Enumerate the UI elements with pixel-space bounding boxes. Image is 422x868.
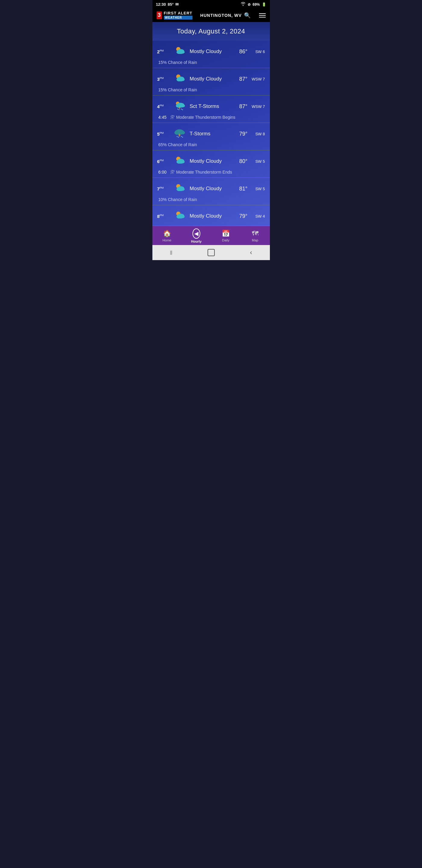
logo: 3 FIRST ALERT WEATHER: [157, 11, 192, 20]
svg-point-18: [174, 130, 180, 135]
icon-3pm: [173, 72, 186, 86]
svg-point-19: [180, 131, 185, 134]
desc-6pm: Mostly Cloudy: [190, 158, 231, 164]
battery-text: 69%: [252, 2, 260, 7]
desc-7pm: Mostly Cloudy: [190, 186, 231, 192]
hourly-icon: ◀: [192, 228, 200, 239]
temp-7pm: 81°: [234, 186, 248, 192]
svg-point-11: [181, 104, 185, 107]
svg-point-22: [178, 137, 178, 138]
svg-point-7: [181, 78, 185, 81]
location-display: HUNTINGTON, WV 🔍: [200, 12, 251, 19]
nav-hourly[interactable]: ◀ Hourly: [187, 228, 205, 243]
temp-8pm: 79°: [234, 213, 248, 219]
hourly-row-3pm: 3PM Mostly Cloudy 87° WSW 7 15% Chance o…: [153, 68, 270, 96]
temp-4pm: 87°: [234, 103, 248, 110]
temp-3pm: 87°: [234, 76, 248, 82]
detail-5pm: 65% Chance of Rain: [157, 142, 265, 147]
weather-label: WEATHER: [164, 16, 192, 20]
svg-point-23: [181, 136, 182, 137]
detail-text-3pm: 15% Chance of Rain: [158, 87, 197, 92]
hourly-row-4pm: 4PM Sct T-Storms: [153, 96, 270, 123]
time-2pm: 2PM: [157, 49, 169, 54]
temp-6pm: 80°: [234, 158, 248, 164]
hourly-row-6pm: 6PM Mostly Cloudy 80° SW 5 6:00 ⛈ Modera…: [153, 150, 270, 178]
time-8pm: 8PM: [157, 214, 169, 219]
channel-number: 3: [157, 11, 162, 19]
svg-point-15: [181, 109, 182, 110]
desc-5pm: T-Storms: [190, 131, 231, 137]
channel-num-text: 3: [158, 12, 161, 19]
desc-2pm: Mostly Cloudy: [190, 49, 231, 55]
wind-8pm: SW 4: [251, 214, 265, 218]
first-alert-label: FIRST ALERT: [164, 11, 192, 16]
detail-text-2pm: 15% Chance of Rain: [158, 60, 197, 65]
detail-time-4pm: 4:45: [158, 115, 167, 120]
svg-point-21: [176, 136, 177, 137]
wind-6pm: SW 5: [251, 159, 265, 164]
nav-map[interactable]: 🗺 Map: [246, 230, 264, 242]
hourly-row-8pm: 8PM Mostly Cloudy 79° SW 4: [153, 205, 270, 226]
time-4pm: 4PM: [157, 104, 169, 109]
detail-text-6pm: Moderate Thunderstorm Ends: [176, 170, 232, 175]
detail-time-6pm: 6:00: [158, 170, 167, 175]
icon-6pm: [173, 155, 186, 168]
nav-daily-label: Daily: [222, 239, 229, 242]
wifi-icon: [240, 2, 246, 7]
wind-3pm: WSW 7: [251, 77, 265, 82]
time-6pm: 6PM: [157, 159, 169, 164]
map-icon: 🗺: [252, 230, 258, 238]
home-button[interactable]: [207, 249, 215, 256]
svg-point-14: [178, 110, 179, 110]
icon-2pm: [173, 45, 186, 58]
app-header: 3 FIRST ALERT WEATHER HUNTINGTON, WV 🔍: [153, 9, 270, 22]
status-right: ⊘ 69% 🔋: [240, 2, 266, 7]
nav-map-label: Map: [252, 239, 258, 242]
time-3pm: 3PM: [157, 76, 169, 82]
svg-point-36: [181, 215, 185, 218]
wind-2pm: SW 6: [251, 50, 265, 54]
detail-text-5pm: 65% Chance of Rain: [158, 142, 197, 147]
detail-2pm: 15% Chance of Rain: [157, 60, 265, 65]
temp-5pm: 79°: [234, 131, 248, 137]
temp-2pm: 86°: [234, 49, 248, 55]
date-banner: Today, August 2, 2024: [153, 22, 270, 41]
hourly-row-5pm: 5PM T-Storms 79° SW 8: [153, 123, 270, 150]
bottom-navigation: 🏠 Home ◀ Hourly 📅 Daily 🗺 Map: [153, 226, 270, 245]
home-icon: 🏠: [163, 230, 171, 238]
icon-4pm: [173, 100, 186, 113]
nav-home[interactable]: 🏠 Home: [158, 230, 176, 242]
battery-icon: 🔋: [262, 2, 266, 7]
nav-daily[interactable]: 📅 Daily: [217, 230, 235, 242]
wind-7pm: SW 5: [251, 187, 265, 191]
svg-point-28: [181, 160, 185, 163]
time-5pm: 5PM: [157, 131, 169, 136]
desc-4pm: Sct T-Storms: [190, 103, 231, 110]
time: 12:30: [156, 2, 166, 7]
search-icon[interactable]: 🔍: [244, 12, 251, 19]
temperature: 85°: [168, 2, 174, 7]
svg-point-10: [176, 104, 181, 107]
icon-5pm: [173, 127, 186, 141]
nav-hourly-label: Hourly: [191, 240, 201, 243]
time-7pm: 7PM: [157, 186, 169, 191]
detail-4pm: 4:45 ⛈ Moderate Thunderstorm Begins: [157, 115, 265, 120]
status-left: 12:30 85° ✉: [156, 2, 179, 7]
dnd-icon: ⊘: [248, 2, 251, 7]
date-text: Today, August 2, 2024: [177, 27, 245, 35]
svg-point-3: [181, 51, 185, 54]
svg-point-24: [182, 137, 183, 138]
menu-button[interactable]: [259, 13, 266, 18]
back-button[interactable]: ‹: [250, 249, 252, 256]
desc-8pm: Mostly Cloudy: [190, 213, 231, 219]
logo-text: FIRST ALERT WEATHER: [164, 11, 192, 20]
hourly-row-7pm: 7PM Mostly Cloudy 81° SW 5 10% Chance of…: [153, 178, 270, 205]
desc-3pm: Mostly Cloudy: [190, 76, 231, 82]
icon-7pm: [173, 182, 186, 195]
detail-3pm: 15% Chance of Rain: [157, 87, 265, 92]
recent-apps-button[interactable]: ⦀: [170, 249, 172, 256]
nav-home-label: Home: [163, 239, 171, 242]
detail-text-7pm: 10% Chance of Rain: [158, 197, 197, 202]
location-text: HUNTINGTON, WV: [200, 13, 241, 18]
svg-point-32: [181, 188, 185, 191]
